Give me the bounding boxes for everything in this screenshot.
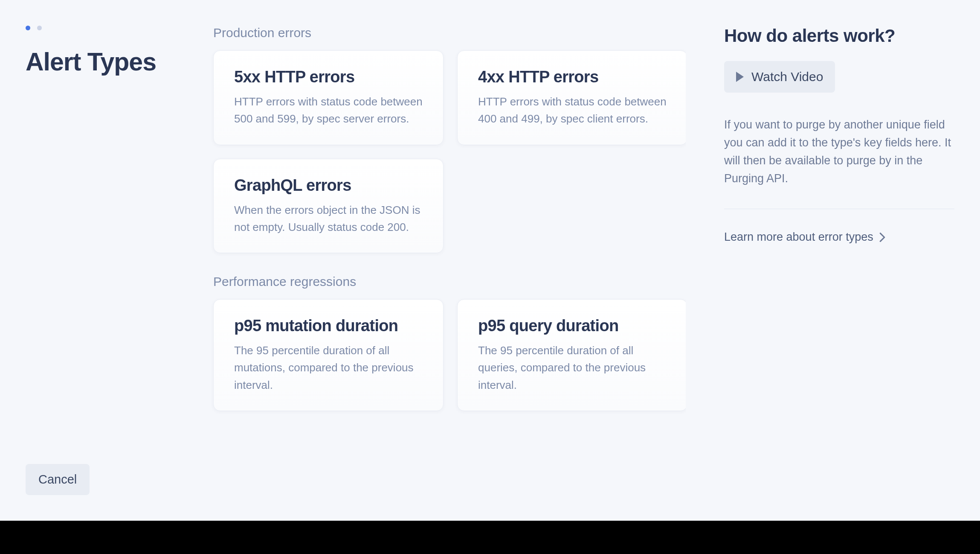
learn-more-label: Learn more about error types xyxy=(724,230,873,244)
card-title: 5xx HTTP errors xyxy=(234,68,423,86)
section-heading-performance: Performance regressions xyxy=(213,274,686,289)
play-icon xyxy=(736,72,744,82)
card-title: p95 mutation duration xyxy=(234,317,423,335)
card-4xx-errors[interactable]: 4xx HTTP errors HTTP errors with status … xyxy=(457,50,686,145)
bottom-bar xyxy=(0,521,980,554)
card-description: When the errors object in the JSON is no… xyxy=(234,201,423,236)
step-dot-1 xyxy=(26,26,30,30)
card-description: HTTP errors with status code between 500… xyxy=(234,93,423,128)
card-description: HTTP errors with status code between 400… xyxy=(478,93,667,128)
step-indicator xyxy=(26,26,179,30)
cancel-button[interactable]: Cancel xyxy=(26,464,90,495)
watch-video-button[interactable]: Watch Video xyxy=(724,61,835,93)
section-heading-production: Production errors xyxy=(213,26,686,40)
card-graphql-errors[interactable]: GraphQL errors When the errors object in… xyxy=(213,159,444,254)
card-p95-mutation[interactable]: p95 mutation duration The 95 percentile … xyxy=(213,299,444,411)
sidebar-title: How do alerts work? xyxy=(724,26,954,46)
card-title: 4xx HTTP errors xyxy=(478,68,667,86)
page-title: Alert Types xyxy=(26,47,179,76)
card-description: The 95 percentile duration of all querie… xyxy=(478,342,667,394)
card-description: The 95 percentile duration of all mutati… xyxy=(234,342,423,394)
card-5xx-errors[interactable]: 5xx HTTP errors HTTP errors with status … xyxy=(213,50,444,145)
watch-video-label: Watch Video xyxy=(751,70,823,84)
info-text: If you want to purge by another unique f… xyxy=(724,116,954,209)
step-dot-2 xyxy=(37,26,42,30)
chevron-right-icon xyxy=(879,233,885,242)
card-title: GraphQL errors xyxy=(234,176,423,195)
learn-more-link[interactable]: Learn more about error types xyxy=(724,230,954,244)
card-title: p95 query duration xyxy=(478,317,667,335)
card-p95-query[interactable]: p95 query duration The 95 percentile dur… xyxy=(457,299,686,411)
